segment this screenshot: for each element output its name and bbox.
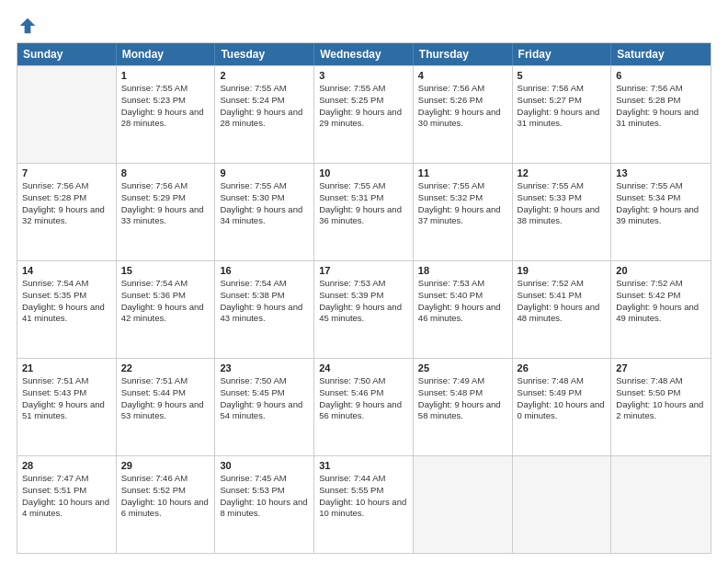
daylight-text: Daylight: 9 hours and xyxy=(22,399,111,411)
sunrise-text: Sunrise: 7:55 AM xyxy=(418,180,507,192)
calendar-cell: 15Sunrise: 7:54 AMSunset: 5:36 PMDayligh… xyxy=(117,261,216,358)
sunset-text: Sunset: 5:36 PM xyxy=(121,290,210,302)
daylight-text-cont: 54 minutes. xyxy=(220,410,309,422)
daylight-text-cont: 58 minutes. xyxy=(418,410,507,422)
sunset-text: Sunset: 5:50 PM xyxy=(616,387,706,399)
header-day-friday: Friday xyxy=(513,43,612,65)
calendar-cell: 19Sunrise: 7:52 AMSunset: 5:41 PMDayligh… xyxy=(513,261,612,358)
sunset-text: Sunset: 5:55 PM xyxy=(319,485,408,497)
calendar-row: 14Sunrise: 7:54 AMSunset: 5:35 PMDayligh… xyxy=(17,260,711,358)
sunset-text: Sunset: 5:41 PM xyxy=(518,290,607,302)
calendar-cell: 4Sunrise: 7:56 AMSunset: 5:26 PMDaylight… xyxy=(414,66,513,163)
sunrise-text: Sunrise: 7:51 AM xyxy=(22,375,111,387)
calendar-cell: 2Sunrise: 7:55 AMSunset: 5:24 PMDaylight… xyxy=(215,66,314,163)
day-number: 10 xyxy=(319,167,408,178)
daylight-text-cont: 42 minutes. xyxy=(121,313,210,325)
calendar-row: 28Sunrise: 7:47 AMSunset: 5:51 PMDayligh… xyxy=(17,455,711,553)
calendar-cell: 26Sunrise: 7:48 AMSunset: 5:49 PMDayligh… xyxy=(513,359,612,455)
sunset-text: Sunset: 5:33 PM xyxy=(518,192,607,204)
calendar-cell: 25Sunrise: 7:49 AMSunset: 5:48 PMDayligh… xyxy=(414,359,513,455)
sunset-text: Sunset: 5:28 PM xyxy=(22,192,111,204)
daylight-text-cont: 33 minutes. xyxy=(121,215,210,227)
calendar-cell: 17Sunrise: 7:53 AMSunset: 5:39 PMDayligh… xyxy=(314,261,414,358)
calendar-cell xyxy=(17,66,117,163)
daylight-text: Daylight: 9 hours and xyxy=(616,302,706,314)
day-number: 18 xyxy=(418,265,507,276)
sunset-text: Sunset: 5:28 PM xyxy=(616,95,706,107)
daylight-text: Daylight: 9 hours and xyxy=(418,107,507,119)
daylight-text-cont: 31 minutes. xyxy=(616,118,706,130)
day-number: 27 xyxy=(616,362,706,373)
sunrise-text: Sunrise: 7:48 AM xyxy=(518,375,607,387)
sunrise-text: Sunrise: 7:55 AM xyxy=(518,180,607,192)
day-number: 1 xyxy=(121,70,210,81)
calendar-cell: 24Sunrise: 7:50 AMSunset: 5:46 PMDayligh… xyxy=(314,359,414,455)
daylight-text: Daylight: 9 hours and xyxy=(518,107,607,119)
calendar-row: 1Sunrise: 7:55 AMSunset: 5:23 PMDaylight… xyxy=(17,65,711,163)
sunrise-text: Sunrise: 7:55 AM xyxy=(319,83,408,95)
svg-marker-0 xyxy=(20,18,36,34)
daylight-text-cont: 29 minutes. xyxy=(319,118,408,130)
sunrise-text: Sunrise: 7:51 AM xyxy=(121,375,210,387)
header-day-sunday: Sunday xyxy=(17,43,117,65)
sunrise-text: Sunrise: 7:56 AM xyxy=(121,180,210,192)
day-number: 21 xyxy=(22,362,111,373)
sunset-text: Sunset: 5:26 PM xyxy=(418,95,507,107)
sunrise-text: Sunrise: 7:56 AM xyxy=(418,83,507,95)
sunrise-text: Sunrise: 7:46 AM xyxy=(121,473,210,485)
day-number: 7 xyxy=(22,167,111,178)
day-number: 17 xyxy=(319,265,408,276)
day-number: 12 xyxy=(518,167,607,178)
sunset-text: Sunset: 5:49 PM xyxy=(518,387,607,399)
sunrise-text: Sunrise: 7:52 AM xyxy=(616,278,706,290)
daylight-text-cont: 30 minutes. xyxy=(418,118,507,130)
header-day-tuesday: Tuesday xyxy=(215,43,314,65)
calendar-cell: 12Sunrise: 7:55 AMSunset: 5:33 PMDayligh… xyxy=(513,164,612,260)
day-number: 20 xyxy=(616,265,706,276)
sunrise-text: Sunrise: 7:55 AM xyxy=(220,180,309,192)
calendar-cell: 8Sunrise: 7:56 AMSunset: 5:29 PMDaylight… xyxy=(117,164,216,260)
day-number: 22 xyxy=(121,362,210,373)
calendar-cell: 13Sunrise: 7:55 AMSunset: 5:34 PMDayligh… xyxy=(611,164,711,260)
daylight-text: Daylight: 9 hours and xyxy=(220,399,309,411)
daylight-text-cont: 0 minutes. xyxy=(518,410,607,422)
daylight-text-cont: 48 minutes. xyxy=(518,313,607,325)
calendar-cell: 22Sunrise: 7:51 AMSunset: 5:44 PMDayligh… xyxy=(117,359,216,455)
calendar-cell: 23Sunrise: 7:50 AMSunset: 5:45 PMDayligh… xyxy=(215,359,314,455)
sunset-text: Sunset: 5:30 PM xyxy=(220,192,309,204)
sunset-text: Sunset: 5:27 PM xyxy=(518,95,607,107)
sunrise-text: Sunrise: 7:53 AM xyxy=(418,278,507,290)
daylight-text-cont: 10 minutes. xyxy=(319,508,408,520)
daylight-text: Daylight: 9 hours and xyxy=(518,302,607,314)
day-number: 24 xyxy=(319,362,408,373)
daylight-text: Daylight: 9 hours and xyxy=(319,204,408,216)
calendar-cell: 20Sunrise: 7:52 AMSunset: 5:42 PMDayligh… xyxy=(611,261,711,358)
sunrise-text: Sunrise: 7:55 AM xyxy=(121,83,210,95)
calendar-row: 7Sunrise: 7:56 AMSunset: 5:28 PMDaylight… xyxy=(17,163,711,260)
sunset-text: Sunset: 5:45 PM xyxy=(220,387,309,399)
day-number: 14 xyxy=(22,265,111,276)
daylight-text-cont: 6 minutes. xyxy=(121,508,210,520)
daylight-text-cont: 31 minutes. xyxy=(518,118,607,130)
header-day-thursday: Thursday xyxy=(414,43,513,65)
calendar-cell: 27Sunrise: 7:48 AMSunset: 5:50 PMDayligh… xyxy=(611,359,711,455)
daylight-text: Daylight: 9 hours and xyxy=(121,204,210,216)
daylight-text: Daylight: 10 hours and xyxy=(319,497,408,509)
sunset-text: Sunset: 5:31 PM xyxy=(319,192,408,204)
sunset-text: Sunset: 5:53 PM xyxy=(220,485,309,497)
calendar-cell: 1Sunrise: 7:55 AMSunset: 5:23 PMDaylight… xyxy=(117,66,216,163)
daylight-text-cont: 51 minutes. xyxy=(22,410,111,422)
day-number: 16 xyxy=(220,265,309,276)
calendar-cell xyxy=(611,456,711,553)
calendar-cell: 31Sunrise: 7:44 AMSunset: 5:55 PMDayligh… xyxy=(314,456,414,553)
day-number: 9 xyxy=(220,167,309,178)
calendar-cell xyxy=(513,456,612,553)
day-number: 6 xyxy=(616,70,706,81)
daylight-text-cont: 28 minutes. xyxy=(121,118,210,130)
logo xyxy=(17,17,37,35)
daylight-text: Daylight: 10 hours and xyxy=(121,497,210,509)
header-day-wednesday: Wednesday xyxy=(314,43,414,65)
sunset-text: Sunset: 5:42 PM xyxy=(616,290,706,302)
daylight-text-cont: 41 minutes. xyxy=(22,313,111,325)
day-number: 2 xyxy=(220,70,309,81)
